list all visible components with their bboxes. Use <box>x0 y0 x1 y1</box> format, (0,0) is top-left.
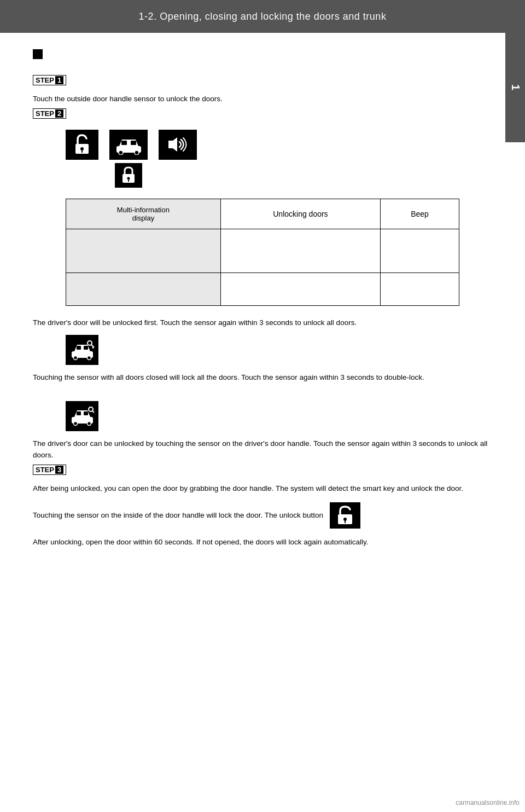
svg-rect-5 <box>131 141 136 145</box>
svg-point-17 <box>88 341 92 345</box>
step1-text: Touch the outside door handle sensor to … <box>33 93 492 105</box>
svg-point-28 <box>343 518 347 521</box>
section-bullet <box>33 49 43 59</box>
table-row3-col3 <box>381 272 459 305</box>
svg-rect-22 <box>84 411 88 415</box>
body-text-p5: The driver's door can be unlocked by tou… <box>33 438 492 461</box>
svg-point-7 <box>135 150 139 155</box>
mid-icon-2 <box>66 401 98 431</box>
svg-point-1 <box>80 147 84 150</box>
step3-detail-text: Touching the sensor on the inside of the… <box>33 511 323 519</box>
svg-rect-4 <box>121 141 127 145</box>
table-col1: Multi-information display <box>66 199 221 229</box>
table-row3-col1 <box>66 272 221 305</box>
unlock-button-icon <box>330 502 360 529</box>
svg-point-6 <box>119 150 123 155</box>
step1-label: STEP 1 <box>33 75 66 85</box>
svg-point-15 <box>73 356 77 359</box>
step3-label: STEP 3 <box>33 465 66 475</box>
table-row2-col3 <box>381 229 459 272</box>
body-text-p6: After unlocking, open the door within 60… <box>33 536 492 548</box>
table-row2-col2 <box>220 229 380 272</box>
info-table: Multi-information display Unlocking door… <box>66 199 459 306</box>
header-bar: 1-2. Opening, closing and locking the do… <box>0 0 525 33</box>
unlock-icon <box>66 130 98 160</box>
svg-point-24 <box>87 422 91 426</box>
sound-icon <box>159 130 197 160</box>
body-text-p4: Touching the sensor with all doors close… <box>33 372 492 384</box>
svg-line-26 <box>92 411 94 413</box>
step2-label: STEP 2 <box>33 108 66 119</box>
step3-text: After being unlocked, you can open the d… <box>33 483 492 495</box>
icons-row <box>66 130 492 188</box>
table-row3-col2 <box>220 272 380 305</box>
car-icon-box <box>109 130 148 188</box>
svg-marker-11 <box>168 137 177 152</box>
mid-icon-1 <box>66 335 98 365</box>
step3-block: STEP 3 <box>33 465 492 479</box>
svg-rect-14 <box>84 346 88 350</box>
sound-icon-box <box>159 130 197 160</box>
svg-rect-13 <box>77 346 81 350</box>
unlock-icon-box <box>66 130 98 160</box>
svg-point-16 <box>87 356 91 359</box>
body-text-p3: The driver's door will be unlocked first… <box>33 317 492 329</box>
table-col3: Beep <box>381 199 459 229</box>
header-title: 1-2. Opening, closing and locking the do… <box>139 11 387 22</box>
footer-watermark: carmanualsonline.info <box>456 799 520 807</box>
step3-icon-row: Touching the sensor on the inside of the… <box>33 502 492 529</box>
svg-point-23 <box>73 422 77 426</box>
svg-rect-21 <box>77 411 81 415</box>
step1-block: STEP 1 <box>33 75 492 90</box>
main-content: STEP 1 Touch the outside door handle sen… <box>0 33 525 567</box>
step2-block: STEP 2 <box>33 108 492 123</box>
car-icon <box>109 130 148 160</box>
table-row2-col1 <box>66 229 221 272</box>
svg-point-9 <box>127 177 130 180</box>
table-col2: Unlocking doors <box>220 199 380 229</box>
svg-point-25 <box>89 407 93 411</box>
lock-small-icon <box>115 163 142 188</box>
